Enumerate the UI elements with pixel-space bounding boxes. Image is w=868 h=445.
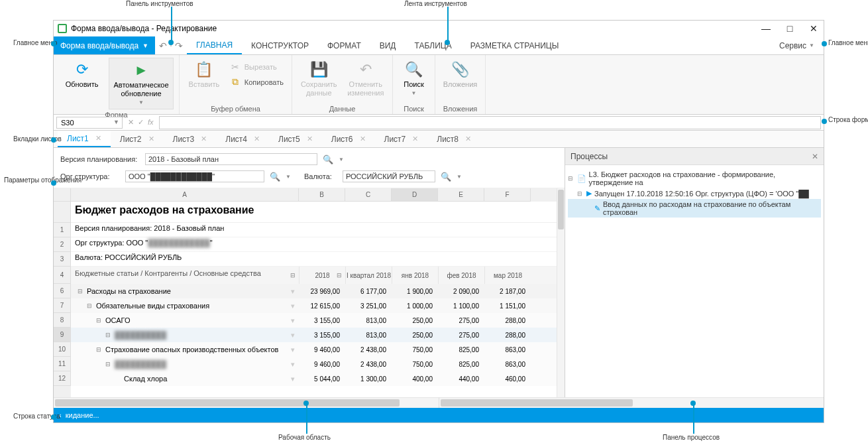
filter-icon[interactable]: ▾ <box>291 346 295 354</box>
collapse-icon[interactable]: ⊟ <box>105 332 112 338</box>
tab-main[interactable]: ГЛАВНАЯ <box>187 36 242 54</box>
refresh-button[interactable]: ⟳ Обновить <box>59 58 105 92</box>
sheet-tab-8[interactable]: Лист8✕ <box>427 131 480 147</box>
data-cell[interactable]: 275,00 <box>438 317 484 324</box>
accept-formula-icon[interactable]: ✓ <box>138 118 144 127</box>
chevron-down-icon[interactable]: ▼ <box>286 174 291 180</box>
data-cell[interactable]: 825,00 <box>438 346 484 353</box>
sheet-tab-7[interactable]: Лист7✕ <box>375 131 428 147</box>
filter-icon[interactable]: ▾ <box>291 375 295 383</box>
filter-icon[interactable]: ▾ <box>291 302 295 310</box>
collapse-icon[interactable]: ⊟ <box>568 175 574 182</box>
data-cell[interactable]: 3 155,00 <box>299 317 345 324</box>
collapse-icon[interactable]: ⊟ <box>96 346 103 353</box>
tab-view[interactable]: ВИД <box>370 36 406 54</box>
filter-input-currency[interactable]: РОССИЙСКИЙ РУБЛЬ <box>343 170 435 182</box>
copy-button[interactable]: ⧉Копировать <box>227 75 286 89</box>
data-cell[interactable]: 2 187,00 <box>484 288 531 295</box>
data-cell[interactable]: 250,00 <box>392 332 438 339</box>
horizontal-scrollbar-side[interactable] <box>439 397 824 408</box>
close-icon[interactable]: ✕ <box>254 135 260 143</box>
search-icon[interactable]: 🔍 <box>441 172 451 182</box>
data-cell[interactable]: 250,00 <box>392 317 438 324</box>
col-head-c[interactable]: C <box>345 188 392 202</box>
data-cell[interactable]: 2 438,00 <box>345 361 392 368</box>
attachments-button[interactable]: 📎 Вложения <box>441 58 480 92</box>
redo-icon[interactable]: ↷ <box>175 40 183 51</box>
col-head-d[interactable]: D <box>392 188 438 202</box>
search-button[interactable]: 🔍 Поиск ▼ <box>398 58 429 99</box>
row-head[interactable]: 11 <box>54 357 71 371</box>
data-cell[interactable]: 863,00 <box>484 346 531 353</box>
chevron-down-icon[interactable]: ▼ <box>339 157 344 162</box>
data-row[interactable]: ⊟Расходы на страхование▾23 969,006 177,0… <box>71 284 557 298</box>
close-button[interactable]: ✕ <box>808 23 820 34</box>
data-cell[interactable]: 460,00 <box>484 375 531 383</box>
data-cell[interactable]: 750,00 <box>392 346 438 353</box>
collapse-icon[interactable]: ⊟ <box>577 190 584 197</box>
filter-icon[interactable]: ▾ <box>291 287 295 296</box>
maximize-button[interactable]: □ <box>784 23 796 34</box>
formula-input[interactable] <box>159 116 821 129</box>
row-head[interactable]: 8 <box>54 313 71 328</box>
data-cell[interactable]: 9 460,00 <box>299 346 345 353</box>
data-cell[interactable]: 1 300,00 <box>345 375 392 383</box>
tab-table[interactable]: ТАБЛИЦА <box>405 36 461 54</box>
data-cell[interactable]: 3 251,00 <box>345 302 392 310</box>
sheet-tab-1[interactable]: Лист1✕ <box>58 131 111 147</box>
cancel-formula-icon[interactable]: ✕ <box>128 118 134 127</box>
data-cell[interactable]: 813,00 <box>345 317 392 324</box>
data-cell[interactable]: 863,00 <box>484 361 531 368</box>
data-cell[interactable]: 1 151,00 <box>484 302 531 310</box>
undo-icon[interactable]: ↶ <box>159 40 167 51</box>
row-head[interactable]: 7 <box>54 298 71 313</box>
sheet-tab-6[interactable]: Лист6✕ <box>322 131 375 147</box>
data-cell[interactable]: 2 438,00 <box>345 346 392 353</box>
col-head-f[interactable]: F <box>484 188 531 202</box>
row-head[interactable]: 10 <box>54 342 71 357</box>
close-icon[interactable]: ✕ <box>307 135 313 143</box>
filter-input-plan[interactable]: 2018 - Базовый план <box>145 153 317 165</box>
data-cell[interactable]: 2 090,00 <box>438 288 484 295</box>
search-icon[interactable]: 🔍 <box>270 172 280 182</box>
data-cell[interactable]: 1 000,00 <box>392 302 438 310</box>
row-head[interactable]: 9 <box>54 328 71 342</box>
row-head[interactable]: 4 <box>54 267 71 284</box>
close-icon[interactable]: ✕ <box>148 135 154 143</box>
filter-icon[interactable]: ▾ <box>291 316 295 325</box>
main-menu-button[interactable]: Форма ввода/вывода ▼ <box>54 36 155 54</box>
data-row[interactable]: ⊟██████████▾3 155,00813,00250,00275,0028… <box>71 328 557 342</box>
data-cell[interactable]: 9 460,00 <box>299 361 345 368</box>
vertical-scrollbar[interactable] <box>557 188 565 397</box>
close-icon[interactable]: ✕ <box>95 134 101 143</box>
collapse-icon[interactable]: ⊟ <box>78 288 84 294</box>
data-cell[interactable]: 23 969,00 <box>299 288 345 295</box>
close-icon[interactable]: ✕ <box>812 152 818 161</box>
filter-input-org[interactable]: ООО "████████████" <box>125 170 264 182</box>
auto-refresh-button[interactable]: ► Автоматическое обновление ▼ <box>109 58 174 109</box>
fx-icon[interactable]: fx <box>148 118 154 127</box>
cut-button[interactable]: ✂Вырезать <box>227 60 286 74</box>
chevron-down-icon[interactable]: ▼ <box>457 174 462 180</box>
save-data-button[interactable]: 💾 Сохранить данные <box>298 58 341 100</box>
data-cell[interactable]: 5 044,00 <box>299 375 345 383</box>
data-cell[interactable]: 1 100,00 <box>438 302 484 310</box>
data-cell[interactable]: 3 155,00 <box>299 332 345 339</box>
data-cell[interactable]: 825,00 <box>438 361 484 368</box>
sheet-tab-4[interactable]: Лист4✕ <box>216 131 269 147</box>
minimize-button[interactable]: — <box>760 23 772 34</box>
cell-reference-box[interactable]: S30▼ <box>56 117 123 129</box>
data-row[interactable]: ⊟Страхование опасных производственных об… <box>71 342 557 357</box>
data-cell[interactable]: 275,00 <box>438 332 484 339</box>
close-icon[interactable]: ✕ <box>412 135 418 143</box>
horizontal-scrollbar-main[interactable] <box>54 397 439 408</box>
filter-icon[interactable]: ▾ <box>291 360 295 369</box>
data-row[interactable]: ⊟██████████▾9 460,002 438,00750,00825,00… <box>71 357 557 371</box>
data-cell[interactable]: 750,00 <box>392 361 438 368</box>
tab-constructor[interactable]: КОНСТРУКТОР <box>242 36 318 54</box>
sheet-tab-5[interactable]: Лист5✕ <box>269 131 322 147</box>
data-cell[interactable]: 440,00 <box>438 375 484 383</box>
data-row[interactable]: ⊟Обязательные виды страхования▾12 615,00… <box>71 298 557 313</box>
cancel-changes-button[interactable]: ↶ Отменить изменения <box>345 58 388 100</box>
data-cell[interactable]: 288,00 <box>484 332 531 339</box>
